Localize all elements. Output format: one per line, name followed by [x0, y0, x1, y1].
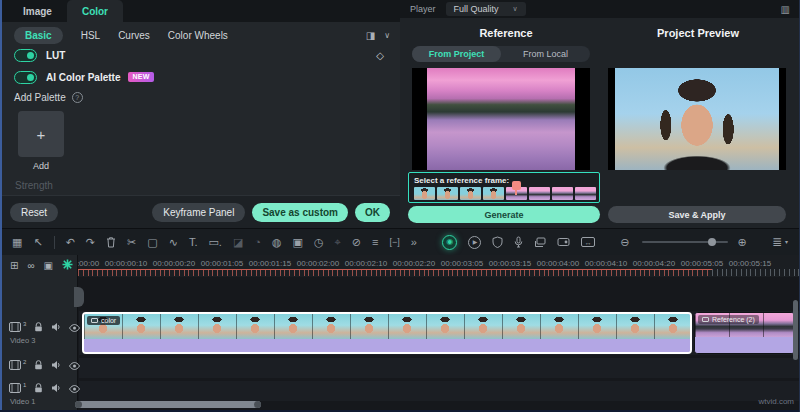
chroma-key-icon[interactable]: ▣	[293, 237, 303, 248]
fit-timeline-icon[interactable]: ↔	[581, 237, 595, 247]
select-tool-icon[interactable]: ↖	[33, 237, 42, 248]
save-as-custom-button[interactable]: Save as custom	[252, 203, 348, 222]
panel-collapse-handle[interactable]	[74, 287, 84, 307]
lock-icon[interactable]	[34, 318, 43, 336]
reference-thumbnail[interactable]	[552, 187, 573, 200]
lut-toggle[interactable]	[14, 49, 37, 62]
horizontal-scrollbar[interactable]	[75, 401, 261, 408]
keyframe-diamond-icon[interactable]: ◇	[376, 50, 384, 61]
hide-icon[interactable]: ⊘	[352, 237, 361, 248]
color-subtabs: Basic HSL Curves Color Wheels	[0, 22, 400, 48]
marker-icon[interactable]: [−]	[389, 238, 399, 247]
crop-icon[interactable]: ▢	[147, 237, 157, 248]
render-layers-icon[interactable]	[534, 237, 546, 248]
chevron-down-icon[interactable]: ∨	[384, 31, 390, 40]
ruler-label: 00:00:01:15	[249, 259, 291, 268]
subtab-hsl[interactable]: HSL	[81, 30, 100, 41]
reference-thumbnails	[414, 187, 594, 200]
speed-ramp-icon[interactable]: ◔	[254, 237, 261, 248]
mute-icon[interactable]	[51, 318, 61, 336]
subtab-color-wheels[interactable]: Color Wheels	[168, 30, 228, 41]
ruler-label: 00:00:00:20	[153, 259, 195, 268]
track-type-icon	[9, 356, 21, 374]
play-preview-icon[interactable]: ▶	[468, 236, 481, 249]
motion-track-icon[interactable]: ⌖	[335, 237, 341, 248]
clip-reference[interactable]: Reference (2)	[694, 312, 795, 354]
ai-palette-label: AI Color Palette	[46, 72, 120, 83]
reference-image	[427, 68, 575, 170]
layout-icon[interactable]: ▥	[781, 4, 790, 15]
track-manager-icon[interactable]: ≣	[772, 236, 782, 248]
ruler-label: 00:00:05:15	[729, 259, 771, 268]
ai-color-tool-icon[interactable]: ◉	[442, 235, 457, 250]
subtab-basic[interactable]: Basic	[14, 27, 63, 44]
ruler-label: 00:00:04:10	[585, 259, 627, 268]
timeline-ruler[interactable]: 00:00:00:0000:00:00:1000:00:00:2000:00:0…	[78, 255, 800, 277]
lock-icon[interactable]	[34, 356, 43, 374]
stopwatch-icon[interactable]: ◷	[314, 237, 324, 248]
zoom-slider-knob[interactable]	[708, 238, 716, 246]
add-palette-button[interactable]: +	[18, 111, 64, 157]
color-match-icon[interactable]: ◪	[233, 237, 243, 248]
reference-thumbnail[interactable]	[460, 187, 481, 200]
tab-from-local[interactable]: From Local	[501, 46, 590, 62]
speed-icon[interactable]: ∿	[169, 237, 178, 248]
ai-palette-toggle[interactable]	[14, 71, 37, 84]
reference-thumbnail[interactable]	[529, 187, 550, 200]
media-icon[interactable]: ▦	[12, 237, 22, 248]
text-tool-icon[interactable]: T.	[189, 237, 198, 248]
keyframe-panel-button[interactable]: Keyframe Panel	[152, 203, 245, 222]
redo-icon[interactable]: ↷	[86, 237, 95, 248]
zoom-out-icon[interactable]: ⊖	[620, 237, 629, 248]
clip-selected[interactable]: color	[82, 312, 692, 354]
reference-thumbnail[interactable]	[414, 187, 435, 200]
eye-icon[interactable]	[69, 356, 80, 374]
tab-from-project[interactable]: From Project	[412, 46, 501, 62]
more-tools-icon[interactable]: »	[411, 237, 417, 248]
color-palette-icon[interactable]: ◍	[272, 237, 282, 248]
player-panel: Player Full Quality ∨ ▥ Reference Projec…	[400, 0, 800, 228]
project-preview-title: Project Preview	[608, 27, 788, 39]
undo-icon[interactable]: ↶	[66, 237, 75, 248]
reference-frame-pin[interactable]	[512, 181, 521, 190]
add-palette-label: Add Palette	[14, 92, 66, 103]
compare-view-icon[interactable]: ◨	[366, 30, 375, 41]
ok-button[interactable]: OK	[355, 203, 390, 222]
shield-icon[interactable]	[492, 236, 503, 248]
zoom-in-icon[interactable]: ⊕	[737, 237, 746, 248]
vertical-scrollbar[interactable]	[793, 300, 798, 360]
delete-icon[interactable]	[106, 236, 116, 248]
timeline: ⊞ ∞ ▣ 3 Video 3 2	[0, 255, 800, 412]
mask-icon[interactable]: ▭.	[208, 237, 221, 248]
quality-dropdown[interactable]: Full Quality ∨	[446, 2, 526, 16]
subtab-curves[interactable]: Curves	[118, 30, 150, 41]
split-icon[interactable]: ✂	[127, 237, 136, 248]
mute-icon[interactable]	[51, 379, 61, 397]
tab-image[interactable]: Image	[8, 0, 67, 22]
ruler-label: 00:00:04:20	[633, 259, 675, 268]
preview-image	[615, 68, 779, 170]
reset-button[interactable]: Reset	[10, 203, 58, 222]
smart-edit-icon[interactable]	[62, 259, 73, 272]
lock-icon[interactable]	[34, 379, 43, 397]
reference-thumbnail[interactable]	[575, 187, 596, 200]
snap-icon[interactable]: ▣	[44, 260, 53, 271]
reference-image-frame	[412, 68, 590, 170]
tab-color[interactable]: Color	[67, 0, 123, 22]
help-icon[interactable]: ?	[72, 92, 83, 103]
reference-thumbnail[interactable]	[483, 187, 504, 200]
track-manager-caret-icon[interactable]: ▾	[785, 239, 788, 245]
add-clip-icon[interactable]: ⊞	[10, 260, 18, 271]
save-apply-button[interactable]: Save & Apply	[608, 206, 786, 223]
mute-icon[interactable]	[51, 356, 61, 374]
adjust-icon[interactable]: ≡	[372, 237, 378, 248]
screen-record-icon[interactable]	[557, 237, 570, 247]
chevron-down-icon: ∨	[513, 5, 518, 13]
eye-icon[interactable]	[69, 379, 80, 397]
generate-button[interactable]: Generate	[408, 206, 600, 223]
eye-icon[interactable]	[69, 318, 80, 336]
mic-icon[interactable]	[514, 236, 523, 248]
link-clips-icon[interactable]: ∞	[27, 260, 34, 271]
reference-thumbnail[interactable]	[437, 187, 458, 200]
timeline-zoom-slider[interactable]	[642, 241, 728, 243]
